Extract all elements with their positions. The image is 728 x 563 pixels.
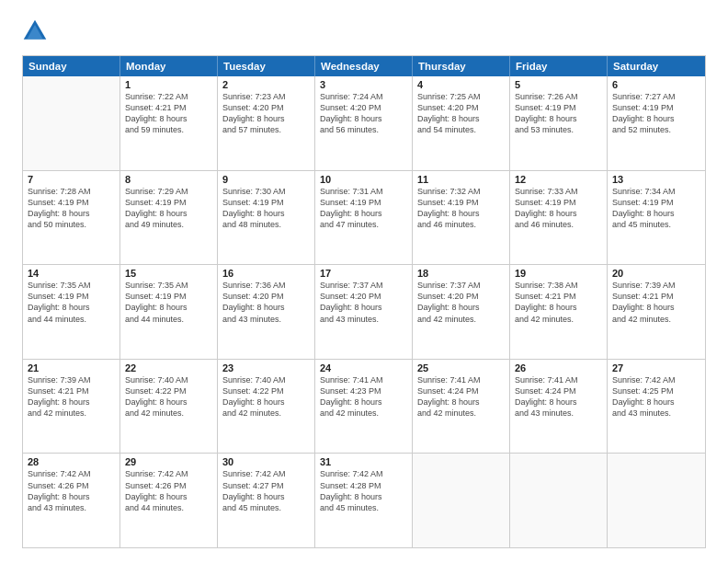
day-info-line: Sunrise: 7:37 AM [320, 280, 407, 291]
page: SundayMondayTuesdayWednesdayThursdayFrid… [0, 0, 728, 563]
day-cell-29: 29Sunrise: 7:42 AMSunset: 4:26 PMDayligh… [120, 454, 218, 547]
day-number: 26 [515, 362, 602, 373]
day-info-line: Sunrise: 7:25 AM [417, 91, 505, 102]
day-number: 29 [125, 456, 212, 467]
day-number: 23 [222, 362, 310, 373]
day-number: 13 [612, 174, 700, 185]
day-info-line: Sunrise: 7:23 AM [222, 91, 310, 102]
day-info-line: Daylight: 8 hours [222, 491, 310, 502]
day-cell-21: 21Sunrise: 7:39 AMSunset: 4:21 PMDayligh… [23, 360, 120, 454]
day-info-line: Daylight: 8 hours [222, 113, 310, 124]
day-cell-14: 14Sunrise: 7:35 AMSunset: 4:19 PMDayligh… [23, 265, 120, 359]
day-cell-31: 31Sunrise: 7:42 AMSunset: 4:28 PMDayligh… [315, 454, 413, 547]
day-info-line: Sunrise: 7:37 AM [417, 280, 505, 291]
day-info-line: Sunrise: 7:41 AM [417, 374, 505, 385]
day-number: 9 [222, 174, 310, 185]
day-info-line: Sunset: 4:19 PM [28, 197, 115, 208]
day-cell-28: 28Sunrise: 7:42 AMSunset: 4:26 PMDayligh… [23, 454, 120, 547]
day-info-line: and 48 minutes. [222, 219, 310, 230]
day-info-line: and 45 minutes. [612, 219, 700, 230]
day-info-line: and 47 minutes. [320, 219, 407, 230]
day-info-line: Sunset: 4:19 PM [320, 197, 407, 208]
empty-cell [413, 454, 510, 547]
day-info-line: Sunset: 4:19 PM [515, 197, 602, 208]
day-cell-6: 6Sunrise: 7:27 AMSunset: 4:19 PMDaylight… [608, 76, 705, 170]
day-info-line: Sunrise: 7:29 AM [125, 186, 212, 197]
day-info-line: Sunset: 4:26 PM [125, 480, 212, 491]
day-info-line: Daylight: 8 hours [28, 208, 115, 219]
day-info-line: Daylight: 8 hours [28, 491, 115, 502]
day-cell-26: 26Sunrise: 7:41 AMSunset: 4:24 PMDayligh… [510, 360, 608, 454]
day-number: 10 [320, 174, 407, 185]
day-info-line: and 42 minutes. [320, 408, 407, 419]
day-cell-24: 24Sunrise: 7:41 AMSunset: 4:23 PMDayligh… [315, 360, 413, 454]
day-cell-27: 27Sunrise: 7:42 AMSunset: 4:25 PMDayligh… [608, 360, 705, 454]
day-number: 15 [125, 268, 212, 279]
day-info-line: Sunrise: 7:35 AM [125, 280, 212, 291]
day-info-line: Sunrise: 7:32 AM [417, 186, 505, 197]
day-info-line: Sunset: 4:19 PM [28, 291, 115, 302]
day-info-line: Daylight: 8 hours [320, 208, 407, 219]
day-cell-5: 5Sunrise: 7:26 AMSunset: 4:19 PMDaylight… [510, 76, 608, 170]
day-info-line: Daylight: 8 hours [417, 208, 505, 219]
day-cell-9: 9Sunrise: 7:30 AMSunset: 4:19 PMDaylight… [218, 171, 315, 265]
day-info-line: Sunset: 4:20 PM [320, 102, 407, 113]
day-info-line: Sunset: 4:25 PM [612, 385, 700, 396]
day-info-line: Sunrise: 7:31 AM [320, 186, 407, 197]
day-number: 31 [320, 456, 407, 467]
header-day-friday: Friday [510, 56, 608, 76]
week-row-4: 21Sunrise: 7:39 AMSunset: 4:21 PMDayligh… [23, 359, 705, 454]
day-number: 12 [515, 174, 602, 185]
day-cell-15: 15Sunrise: 7:35 AMSunset: 4:19 PMDayligh… [120, 265, 218, 359]
day-info-line: Daylight: 8 hours [515, 208, 602, 219]
day-number: 6 [612, 79, 700, 90]
day-info-line: and 43 minutes. [320, 314, 407, 325]
day-number: 5 [515, 79, 602, 90]
day-cell-20: 20Sunrise: 7:39 AMSunset: 4:21 PMDayligh… [608, 265, 705, 359]
day-info-line: Sunset: 4:21 PM [125, 102, 212, 113]
day-info-line: Daylight: 8 hours [612, 396, 700, 408]
day-info-line: and 52 minutes. [612, 124, 700, 135]
day-info-line: Daylight: 8 hours [612, 113, 700, 124]
day-info-line: and 53 minutes. [515, 124, 602, 135]
day-cell-12: 12Sunrise: 7:33 AMSunset: 4:19 PMDayligh… [510, 171, 608, 265]
day-cell-7: 7Sunrise: 7:28 AMSunset: 4:19 PMDaylight… [23, 171, 120, 265]
day-info-line: Sunrise: 7:36 AM [222, 280, 310, 291]
day-info-line: Sunset: 4:19 PM [612, 197, 700, 208]
week-row-5: 28Sunrise: 7:42 AMSunset: 4:26 PMDayligh… [23, 453, 705, 547]
day-cell-23: 23Sunrise: 7:40 AMSunset: 4:22 PMDayligh… [218, 360, 315, 454]
day-info-line: and 43 minutes. [612, 408, 700, 419]
day-info-line: Sunset: 4:20 PM [417, 102, 505, 113]
day-info-line: Sunset: 4:23 PM [320, 385, 407, 396]
day-info-line: Sunset: 4:26 PM [28, 480, 115, 491]
empty-cell [608, 454, 705, 547]
day-cell-16: 16Sunrise: 7:36 AMSunset: 4:20 PMDayligh… [218, 265, 315, 359]
day-info-line: Daylight: 8 hours [417, 396, 505, 408]
header-day-monday: Monday [120, 56, 218, 76]
day-info-line: Sunset: 4:28 PM [320, 480, 407, 491]
day-cell-18: 18Sunrise: 7:37 AMSunset: 4:20 PMDayligh… [413, 265, 510, 359]
day-info-line: Daylight: 8 hours [125, 491, 212, 502]
day-cell-19: 19Sunrise: 7:38 AMSunset: 4:21 PMDayligh… [510, 265, 608, 359]
day-info-line: Daylight: 8 hours [28, 396, 115, 408]
calendar-body: 1Sunrise: 7:22 AMSunset: 4:21 PMDaylight… [23, 76, 705, 547]
day-info-line: and 42 minutes. [125, 408, 212, 419]
day-info-line: Daylight: 8 hours [417, 302, 505, 313]
day-info-line: and 42 minutes. [28, 408, 115, 419]
day-info-line: Sunrise: 7:33 AM [515, 186, 602, 197]
day-number: 16 [222, 268, 310, 279]
day-info-line: Sunset: 4:21 PM [28, 385, 115, 396]
day-info-line: Sunrise: 7:42 AM [320, 468, 407, 479]
day-info-line: and 43 minutes. [222, 314, 310, 325]
day-info-line: and 44 minutes. [125, 502, 212, 513]
day-info-line: Sunset: 4:19 PM [515, 102, 602, 113]
day-cell-13: 13Sunrise: 7:34 AMSunset: 4:19 PMDayligh… [608, 171, 705, 265]
day-info-line: Daylight: 8 hours [515, 302, 602, 313]
calendar-header: SundayMondayTuesdayWednesdayThursdayFrid… [23, 56, 705, 76]
day-info-line: and 42 minutes. [612, 314, 700, 325]
day-info-line: Sunrise: 7:40 AM [125, 374, 212, 385]
day-info-line: Sunrise: 7:42 AM [612, 374, 700, 385]
day-info-line: Sunset: 4:22 PM [222, 385, 310, 396]
day-number: 14 [28, 268, 115, 279]
day-info-line: and 45 minutes. [320, 502, 407, 513]
